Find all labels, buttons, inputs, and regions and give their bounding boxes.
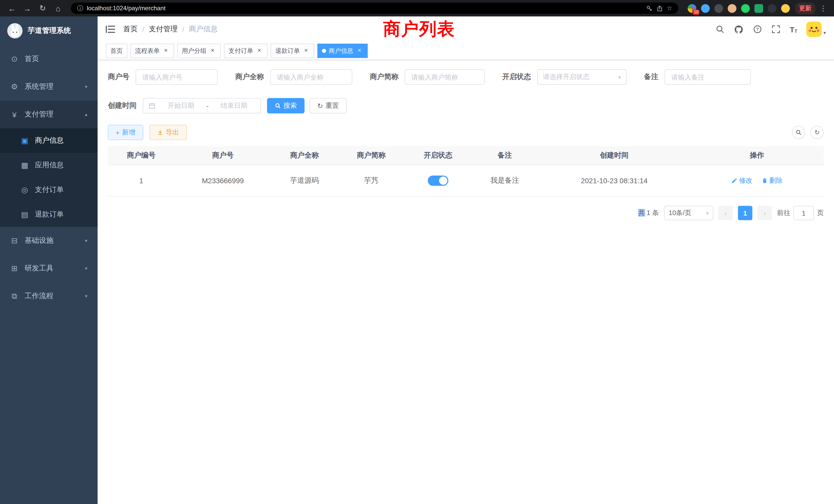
merchant-short-name-input[interactable] xyxy=(405,69,485,85)
filter-row-2: 创建时间 开始日期 - 结束日期 xyxy=(108,98,824,113)
site-info-icon[interactable]: ⓘ xyxy=(77,4,83,13)
address-bar[interactable]: ⓘ localhost:1024/pay/merchant ☆ xyxy=(71,3,678,14)
toggle-search-icon[interactable] xyxy=(792,126,805,139)
status-toggle[interactable] xyxy=(428,176,448,186)
prev-page-button[interactable]: ‹ xyxy=(719,206,733,220)
filter-merchant-short-name: 商户简称 xyxy=(370,69,485,85)
browser-toolbar: ← → ↻ ⌂ ⓘ localhost:1024/pay/merchant ☆ … xyxy=(0,0,834,17)
total-suffix: 条 xyxy=(652,209,659,216)
sidebar-item-devtools[interactable]: ⊞ 研发工具 ▾ xyxy=(0,255,97,282)
extension-icon-3[interactable] xyxy=(714,4,723,13)
breadcrumb-payment[interactable]: 支付管理 xyxy=(149,25,178,34)
logo-avatar xyxy=(7,23,23,39)
extension-icon-4[interactable] xyxy=(728,4,737,13)
remark-input[interactable] xyxy=(664,69,751,85)
url-text[interactable]: localhost:1024/pay/merchant xyxy=(87,5,166,12)
header-search-icon[interactable] xyxy=(716,25,725,34)
sidebar-item-label: 应用信息 xyxy=(35,161,64,170)
fullscreen-icon[interactable] xyxy=(771,25,781,34)
status-select[interactable]: 请选择开启状态 ▾ xyxy=(537,69,627,85)
page-1-button[interactable]: 1 xyxy=(738,206,752,220)
extensions-area: 10 xyxy=(684,4,793,13)
extension-icon-1[interactable]: 10 xyxy=(688,4,696,13)
pagination-total: 共 1 条 xyxy=(638,208,659,217)
sidebar-item-label: 基础设施 xyxy=(25,236,53,245)
extension-icon-7[interactable] xyxy=(768,4,776,13)
extension-icon-2[interactable] xyxy=(701,4,710,13)
breadcrumb-separator: / xyxy=(182,25,184,33)
browser-menu-icon[interactable]: ⋮ xyxy=(817,4,829,12)
filter-remark: 备注 xyxy=(644,69,751,85)
sidebar-item-pay-order[interactable]: ◎ 支付订单 xyxy=(0,178,97,202)
reset-button[interactable]: ↻ 重置 xyxy=(310,98,347,113)
user-avatar[interactable]: ▾ xyxy=(807,22,826,37)
bookmark-star-icon[interactable]: ☆ xyxy=(666,5,672,12)
edit-link[interactable]: 修改 xyxy=(731,176,752,185)
sidebar-item-home[interactable]: ⊙ 首页 xyxy=(0,45,97,73)
export-button[interactable]: 导出 xyxy=(149,125,187,140)
table-toolbar: + 新增 导出 xyxy=(108,125,824,140)
profile-avatar-icon[interactable] xyxy=(781,4,790,13)
browser-reload-icon[interactable]: ↻ xyxy=(36,2,49,14)
trash-icon xyxy=(762,178,768,184)
delete-link[interactable]: 删除 xyxy=(762,176,783,185)
search-button[interactable]: 搜索 xyxy=(267,98,305,113)
sidebar-logo[interactable]: 芋道管理系统 xyxy=(0,17,97,45)
tab-refund-order[interactable]: 退款订单 × xyxy=(271,44,314,58)
close-icon[interactable]: × xyxy=(209,47,216,54)
sidebar-item-label: 研发工具 xyxy=(25,264,53,273)
sidebar-item-application-info[interactable]: ▦ 应用信息 xyxy=(0,153,97,178)
sidebar-toggle-icon[interactable] xyxy=(106,25,115,33)
extension-icon-6[interactable] xyxy=(754,4,763,13)
browser-back-icon[interactable]: ← xyxy=(5,2,19,14)
sidebar-item-infrastructure[interactable]: ⊟ 基础设施 ▾ xyxy=(0,227,97,255)
breadcrumb-separator: / xyxy=(142,25,144,33)
sidebar-item-system[interactable]: ⚙ 系统管理 ▾ xyxy=(0,73,97,100)
tab-label: 首页 xyxy=(110,46,123,55)
goto-suffix: 页 xyxy=(817,208,824,217)
sidebar-item-workflow[interactable]: ⧉ 工作流程 ▾ xyxy=(0,282,97,310)
browser-update-button[interactable]: 更新 xyxy=(795,2,815,14)
merchant-full-name-input[interactable] xyxy=(270,69,352,85)
close-icon[interactable]: × xyxy=(356,47,363,54)
tab-label: 用户分组 xyxy=(182,46,206,55)
calendar-icon xyxy=(148,102,156,109)
add-button[interactable]: + 新增 xyxy=(108,125,143,140)
close-icon[interactable]: × xyxy=(162,47,170,54)
page-content: 商户号 商户全称 商户简称 开启状态 请选择开启状态 xyxy=(97,60,834,504)
reset-button-label: 重置 xyxy=(326,101,339,110)
close-icon[interactable]: × xyxy=(303,47,310,54)
font-size-icon[interactable]: TT xyxy=(790,25,797,33)
refresh-table-icon[interactable]: ↻ xyxy=(810,126,824,139)
browser-home-icon[interactable]: ⌂ xyxy=(51,2,65,14)
tab-user-group[interactable]: 用户分组 × xyxy=(177,44,221,58)
page-size-select[interactable]: 10条/页 ▾ xyxy=(664,206,713,220)
tab-process-form[interactable]: 流程表单 × xyxy=(130,44,174,58)
browser-forward-icon[interactable]: → xyxy=(21,2,34,14)
share-icon[interactable] xyxy=(656,5,663,12)
tab-home[interactable]: 首页 xyxy=(106,44,127,58)
sidebar-item-refund-order[interactable]: ▤ 退款订单 xyxy=(0,202,97,227)
tab-pay-order[interactable]: 支付订单 × xyxy=(224,44,267,58)
cell-merchant-id: 1 xyxy=(108,165,175,196)
field-label: 创建时间 xyxy=(108,101,137,110)
goto-page-input[interactable] xyxy=(793,206,814,220)
merchant-no-input[interactable] xyxy=(136,69,218,85)
next-page-button[interactable]: › xyxy=(758,206,772,220)
delete-label: 删除 xyxy=(769,176,783,185)
sidebar-item-merchant-info[interactable]: ▣ 商户信息 xyxy=(0,128,97,153)
help-icon[interactable]: ? xyxy=(753,25,762,34)
breadcrumb-home[interactable]: 首页 xyxy=(123,25,138,34)
filter-merchant-full-name: 商户全称 xyxy=(235,69,352,85)
tab-merchant-info[interactable]: 商户信息 × xyxy=(317,44,368,58)
chevron-up-icon: ▴ xyxy=(85,112,87,117)
search-button-label: 搜索 xyxy=(284,101,297,110)
close-icon[interactable]: × xyxy=(256,47,263,54)
date-range-picker[interactable]: 开始日期 - 结束日期 xyxy=(143,98,261,113)
sidebar-item-payment[interactable]: ¥ 支付管理 ▴ xyxy=(0,100,97,128)
github-icon[interactable] xyxy=(734,24,744,34)
cell-full-name: 芋道源码 xyxy=(271,165,338,196)
monitor-icon: ⊟ xyxy=(10,236,19,245)
password-key-icon[interactable] xyxy=(646,5,653,12)
extension-icon-5[interactable] xyxy=(741,4,750,13)
